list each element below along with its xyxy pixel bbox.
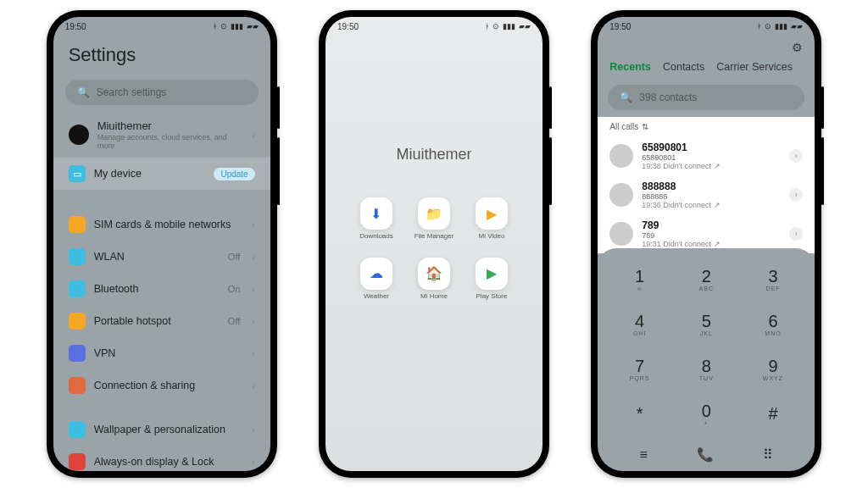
app-label: Mi Home (420, 293, 448, 301)
dialpad-key-1[interactable]: 1 ∞ (606, 257, 673, 302)
phone-settings: 19:50 ᚼ ⊙ ▮▮▮ ▰▰ Settings 🔍 Search setti… (47, 10, 277, 478)
sort-icon: ⇅ (642, 122, 648, 131)
search-icon: 🔍 (77, 86, 90, 98)
call-row[interactable]: 888888 888888 19:36 Didn't connect ↗ › (598, 175, 815, 214)
chevron-right-icon: › (252, 349, 254, 358)
row-label: Always-on display & Lock (94, 456, 244, 468)
row-icon (69, 377, 86, 394)
row-icon (69, 453, 86, 470)
account-name: Miuithemer (97, 119, 244, 132)
status-bar: 19:50 ᚼ ⊙ ▮▮▮ ▰▰ (598, 17, 815, 36)
call-meta: 19:31 Didn't connect ↗ (642, 240, 781, 248)
row-label: Wallpaper & personalization (94, 424, 244, 435)
search-placeholder: 398 contacts (639, 92, 697, 103)
app-label: Mi Video (478, 233, 504, 241)
dialpad-key-9[interactable]: 9 WXYZ (740, 347, 807, 391)
bluetooth-icon: ᚼ (485, 22, 489, 30)
battery-icon: ▰▰ (791, 22, 803, 30)
call-button[interactable]: 📞 (697, 446, 714, 463)
filter-button[interactable]: All calls ⇅ (598, 117, 815, 136)
app-icon[interactable]: 🏠 Mi Home (409, 258, 459, 301)
row-icon (69, 421, 86, 438)
row-icon (69, 345, 86, 362)
settings-row[interactable]: Bluetooth On › (53, 273, 270, 305)
settings-row[interactable]: Portable hotspot Off › (53, 305, 270, 337)
avatar (609, 183, 633, 207)
search-input[interactable]: 🔍 398 contacts (608, 85, 804, 110)
call-row[interactable]: 65890801 65890801 19:38 Didn't connect ↗… (598, 136, 815, 175)
dialpad-key-4[interactable]: 4 GHI (606, 302, 673, 347)
battery-icon: ▰▰ (247, 22, 259, 30)
tab-recents[interactable]: Recents (609, 61, 651, 73)
dialpad: 1 ∞ 2 ABC 3 DEF 4 GHI 5 JKL 6 MNO 7 PQRS… (598, 248, 815, 441)
dialpad-key-5[interactable]: 5 JKL (673, 302, 740, 347)
app-glyph-icon: ⬇ (360, 197, 392, 230)
search-input[interactable]: 🔍 Search settings (65, 80, 259, 105)
folder-title: Miuithemer (326, 146, 542, 164)
my-device-row[interactable]: ▭ My device Update (53, 158, 270, 190)
signal-icon: ▮▮▮ (775, 22, 787, 30)
app-icon[interactable]: ⬇ Downloads (351, 197, 402, 241)
phone-launcher: 19:50 ᚼ ⊙ ▮▮▮ ▰▰ Miuithemer ⬇ Downloads … (319, 10, 549, 478)
app-glyph-icon: ☁ (360, 258, 392, 290)
app-icon[interactable]: ☁ Weather (351, 258, 402, 301)
row-label: Connection & sharing (94, 380, 244, 391)
search-icon: 🔍 (620, 92, 632, 103)
settings-row[interactable]: SIM cards & mobile networks › (53, 208, 270, 241)
avatar (69, 125, 89, 145)
tab-carrier-services[interactable]: Carrier Services (716, 61, 793, 73)
app-icon[interactable]: ▶ Play Store (466, 258, 517, 301)
settings-row[interactable]: Always-on display & Lock › (53, 446, 270, 471)
dialpad-key-0[interactable]: 0 + (673, 391, 740, 436)
app-glyph-icon: ▶ (476, 197, 508, 230)
gear-icon[interactable]: ⚙ (792, 41, 803, 54)
row-label: Bluetooth (94, 283, 220, 295)
chevron-right-icon: › (252, 285, 254, 294)
status-bar: 19:50 ᚼ ⊙ ▮▮▮ ▰▰ (53, 17, 270, 36)
dialpad-key-3[interactable]: 3 DEF (740, 257, 807, 302)
detail-icon[interactable]: › (789, 149, 803, 163)
chevron-right-icon: › (252, 317, 254, 326)
dialpad-key-*[interactable]: * (606, 391, 673, 436)
call-name: 65890801 (642, 141, 781, 153)
dialpad-key-8[interactable]: 8 TUV (673, 347, 740, 391)
dialpad-key-6[interactable]: 6 MNO (740, 302, 807, 347)
app-glyph-icon: ▶ (476, 258, 508, 290)
menu-icon[interactable]: ≡ (639, 447, 647, 463)
settings-row[interactable]: WLAN Off › (53, 241, 270, 273)
update-badge: Update (214, 168, 254, 180)
call-number: 888888 (642, 192, 781, 201)
settings-row[interactable]: Wallpaper & personalization › (53, 413, 270, 446)
row-icon (69, 313, 86, 330)
row-label: WLAN (94, 251, 220, 263)
detail-icon[interactable]: › (789, 188, 803, 202)
row-label: Portable hotspot (94, 315, 220, 327)
row-label: SIM cards & mobile networks (94, 219, 244, 230)
call-meta: 19:36 Didn't connect ↗ (642, 201, 781, 209)
my-device-label: My device (94, 168, 206, 180)
search-placeholder: Search settings (97, 86, 167, 98)
app-label: Downloads (359, 233, 393, 241)
app-glyph-icon: 📁 (418, 197, 450, 230)
chevron-right-icon: › (252, 220, 254, 230)
app-icon[interactable]: 📁 File Manager (409, 197, 459, 241)
clock: 19:50 (337, 22, 359, 31)
chevron-right-icon: › (252, 130, 254, 140)
account-row[interactable]: Miuithemer Manage accounts, cloud servic… (53, 112, 270, 158)
dialpad-key-2[interactable]: 2 ABC (673, 257, 740, 302)
app-label: File Manager (415, 233, 454, 241)
dialpad-key-7[interactable]: 7 PQRS (606, 347, 673, 391)
bluetooth-icon: ᚼ (213, 22, 217, 30)
grid-icon[interactable]: ⠿ (763, 446, 773, 463)
app-icon[interactable]: ▶ Mi Video (466, 197, 517, 241)
call-name: 888888 (642, 180, 781, 192)
detail-icon[interactable]: › (789, 227, 803, 241)
settings-row[interactable]: VPN › (53, 337, 270, 369)
chevron-right-icon: › (252, 425, 254, 435)
account-sub: Manage accounts, cloud services, and mor… (97, 133, 244, 150)
tab-contacts[interactable]: Contacts (663, 61, 704, 73)
status-bar: 19:50 ᚼ ⊙ ▮▮▮ ▰▰ (326, 17, 542, 36)
dialpad-key-#[interactable]: # (740, 391, 807, 436)
settings-row[interactable]: Connection & sharing › (53, 369, 270, 402)
clock: 19:50 (65, 22, 86, 31)
